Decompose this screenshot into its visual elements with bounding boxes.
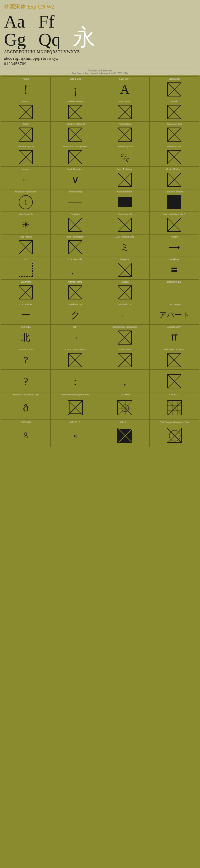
grid-row: Cyrillic Latin Ext Additional Punctuatio… [1,122,199,144]
cell-content: 1 [2,194,50,211]
cell-label: CJK Compat Forms [51,348,99,351]
glyph-comma: , [123,375,126,388]
cell-content [150,371,198,392]
cell-label: CJK Symbols [51,258,99,261]
glyph-pattern2 [167,400,182,415]
cell-content [2,239,50,256]
grid-row: Currency Symbols Diacriticals For Symbol… [1,144,199,167]
cell-label: Punctuation [101,123,149,126]
glyph-double-bar: 〓 [170,265,178,275]
glyph-char: ! [24,83,28,96]
xbox-icon [68,105,82,119]
cell-content [51,103,99,121]
glyph-colon: : [74,375,77,388]
grid-cell: Number Forms [150,144,199,167]
cell-content [51,126,99,143]
grid-cell: Bopomofo [1,279,50,302]
grid-cell: Punctuation [100,122,150,144]
cell-content [101,284,149,301]
glyph-question: ? [23,375,28,388]
cell-label: Modifier Letters [51,100,99,103]
cell-content: A [101,81,149,98]
grid-cell: Small Forms [100,347,150,370]
svg-line-10 [167,401,182,415]
glyph-dashbox [19,263,33,277]
cell-label: CJK Ext B [101,394,149,396]
cell-label: Diacriticals [101,100,149,103]
header: 梦源宋体 Exp CN W2 Aa Gg Ff Qq 永 ABCDEFGHIJK… [0,0,200,75]
grid-row: Vertical Forms ？ CJK Compat Forms Small … [1,347,199,370]
cell-label: Kangxi [150,236,198,238]
glyph-bopomofo-v: ꝸ [24,430,28,440]
alphabet-lower: abcdefghijklmnopqrstuvwxyz [4,56,196,62]
xbox-icon [19,285,33,300]
cell-label: Greek [150,100,198,103]
grid-cell: Katakana 〓 [150,257,199,279]
cell-content [150,149,198,166]
cell-content [101,216,149,234]
cell-content: : [51,371,99,392]
grid-cell: IDC [1,257,50,279]
cell-label: Math Operators [51,168,99,170]
grid-cell: Sup Punctuation [50,234,100,257]
grid-cell: CJK Strokes 一 [1,302,50,324]
grid-cell: Arrows ← [1,167,50,189]
cell-content [101,261,149,279]
cell-content: ⌐ [101,306,149,324]
grid-cell: Latin Ext Additional [50,122,100,144]
grid-cell: Control Pictures [150,167,199,189]
grid-cell: CJK Compat Forms [50,347,100,370]
cell-content [101,329,149,346]
cell-label: Vertical Forms [2,348,50,351]
cell-label: Enclosed CJK [101,303,149,306]
cell-content: ク [51,306,99,324]
xbox-icon [167,83,181,96]
cell-label: CJK Strokes [2,303,50,306]
xbox-icon [118,263,132,277]
grid-cell: Vertical Forms ？ [1,347,50,370]
grid-row: Enclosed Alphanums 1 Box Drawing Block E… [1,189,199,212]
grid-cell: Katakana Ext ク [50,302,100,324]
grid-cell: Latin 1 Sup ¡ [50,76,100,99]
glyph-ideographic-comma: 、 [70,263,80,277]
glyph-apartment: アパート [159,311,190,319]
xbox-icon [19,150,33,164]
cell-content: → [51,329,99,346]
cell-content: 、 [51,261,99,279]
header-glyphs: Aa Gg Ff Qq 永 [4,12,196,49]
grid-row: ? : , [1,370,199,392]
glyph-cjk-stroke: 一 [21,309,30,321]
glyph-guillemets: « [74,431,77,439]
cell-label: Alphabetic PF [150,326,198,329]
xbox-icon [19,240,33,254]
cell-content [150,126,198,143]
grid-row: CJK Ext A 北 CJK → CJK Compat Ideographs … [1,324,199,347]
cell-content [101,424,149,446]
grid-cell: Kanbun [100,279,150,302]
glyph-katakana: ミ [120,241,129,254]
xbox-icon [167,173,181,187]
xbox-icon [19,128,33,142]
cell-label: Misc Symbols [2,213,50,216]
grid-cell: Misc Symbols ☀ [1,212,50,234]
cell-content: ! [2,81,50,98]
cell-label: Box Drawing [51,190,99,193]
cell-label: Misc Technical [101,168,149,170]
cell-content: ミ [101,239,149,256]
glyph-union: ∨ [71,174,79,185]
grid-cell: CJK Ext E « [50,420,100,447]
cell-content [2,261,50,279]
cell-label: CJK [51,326,99,329]
cell-content [150,103,198,121]
glyph-ff: Ff [39,12,61,31]
numbers-row: 0123456789 [4,62,196,68]
grid-cell: Math Operators ∨ [50,167,100,189]
cell-content: ð [2,397,50,419]
grid-cell: CJK Ext A 北 [1,324,50,347]
svg-line-20 [118,428,132,443]
glyph-char: ¡ [73,83,78,96]
cell-label: Hiragana [101,258,149,261]
xbox-icon [118,218,132,232]
grid-cell: : [50,370,100,392]
svg-line-1 [118,401,132,415]
